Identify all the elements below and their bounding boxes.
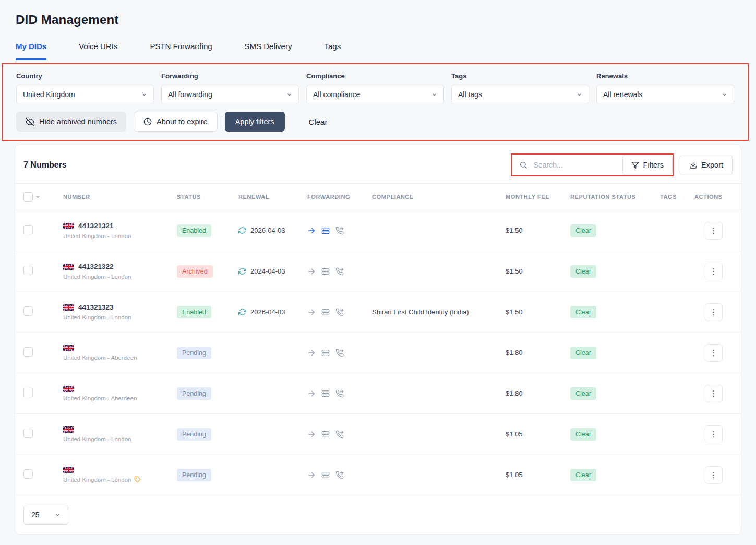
select-all-checkbox[interactable] bbox=[23, 192, 33, 202]
clear-filters-link[interactable]: Clear bbox=[306, 117, 331, 127]
sip-trunk-icon bbox=[321, 308, 330, 316]
phone-forward-icon bbox=[335, 267, 344, 276]
row-checkbox[interactable] bbox=[23, 266, 33, 275]
row-checkbox[interactable] bbox=[23, 306, 33, 316]
filters-button[interactable]: Filters bbox=[622, 155, 673, 175]
status-badge: Pending bbox=[177, 347, 211, 359]
monthly-fee: $1.80 bbox=[506, 349, 523, 357]
filter-field-country: Country United Kingdom bbox=[16, 72, 154, 104]
row-actions-button[interactable]: ⋮ bbox=[705, 303, 723, 321]
hide-archived-button[interactable]: Hide archived numbers bbox=[16, 112, 126, 132]
country-select-value: United Kingdom bbox=[23, 90, 75, 99]
search-input[interactable] bbox=[533, 160, 606, 170]
did-location: United Kingdom - London bbox=[63, 274, 131, 280]
status-badge: Archived bbox=[177, 265, 213, 278]
table-row: 441321322 United Kingdom - London Archiv… bbox=[15, 251, 741, 292]
page-header: DID Management bbox=[0, 0, 756, 27]
tags-select[interactable]: All tags bbox=[451, 85, 589, 104]
sip-trunk-icon bbox=[321, 430, 330, 439]
chevron-down-icon bbox=[431, 92, 437, 98]
row-actions-button[interactable]: ⋮ bbox=[705, 425, 723, 443]
did-location: United Kingdom - London bbox=[63, 477, 131, 483]
apply-filters-button[interactable]: Apply filters bbox=[225, 112, 285, 132]
reputation-badge: Clear bbox=[570, 306, 596, 318]
arrow-right-icon bbox=[307, 471, 316, 479]
funnel-icon bbox=[631, 161, 639, 169]
country-select[interactable]: United Kingdom bbox=[16, 85, 154, 104]
chevron-down-icon bbox=[55, 512, 61, 518]
row-actions-button[interactable]: ⋮ bbox=[705, 222, 723, 240]
tab-bar: My DIDs Voice URIs PSTN Forwarding SMS D… bbox=[0, 42, 756, 60]
header-reputation: REPUTATION STATUS bbox=[562, 194, 652, 200]
phone-forward-icon bbox=[335, 308, 344, 316]
uk-flag-icon bbox=[63, 386, 74, 392]
did-location: United Kingdom - Aberdeen bbox=[63, 354, 137, 361]
clock-icon bbox=[143, 117, 152, 126]
row-actions-button[interactable]: ⋮ bbox=[705, 344, 723, 362]
table-toolbar: 7 Numbers Filters Export bbox=[15, 145, 741, 183]
annotation-search-region: Filters bbox=[511, 153, 674, 176]
download-icon bbox=[689, 161, 697, 169]
tab-my-dids[interactable]: My DIDs bbox=[16, 42, 46, 60]
status-badge: Pending bbox=[177, 387, 211, 400]
chevron-down-icon bbox=[577, 92, 582, 98]
filter-field-compliance: Compliance All compliance bbox=[306, 72, 444, 104]
renewals-select[interactable]: All renewals bbox=[596, 85, 734, 104]
page-size-select[interactable]: 25 bbox=[23, 505, 68, 525]
arrow-right-icon bbox=[307, 308, 316, 316]
arrow-right-icon bbox=[307, 267, 316, 276]
filter-label-renewals: Renewals bbox=[596, 72, 734, 80]
chevron-down-icon bbox=[141, 92, 147, 98]
header-number: NUMBER bbox=[55, 194, 169, 200]
header-actions: ACTIONS bbox=[686, 194, 741, 200]
sip-trunk-icon bbox=[321, 267, 330, 276]
monthly-fee: $1.50 bbox=[506, 227, 523, 234]
filter-section: Country United Kingdom Forwarding All fo… bbox=[3, 64, 748, 140]
export-button[interactable]: Export bbox=[680, 155, 733, 175]
search-box bbox=[512, 155, 622, 175]
row-actions-button[interactable]: ⋮ bbox=[705, 263, 723, 280]
tab-tags[interactable]: Tags bbox=[324, 42, 341, 60]
table-body: 441321321 United Kingdom - London Enable… bbox=[15, 210, 741, 495]
row-actions-button[interactable]: ⋮ bbox=[705, 466, 723, 484]
did-location: United Kingdom - Aberdeen bbox=[63, 395, 137, 401]
tab-sms-delivery[interactable]: SMS Delivery bbox=[245, 42, 292, 60]
pagination: 25 bbox=[15, 495, 741, 534]
reputation-badge: Clear bbox=[570, 347, 596, 359]
eye-off-icon bbox=[26, 117, 34, 126]
renewal-date: 2024-04-03 bbox=[250, 267, 285, 275]
monthly-fee: $1.50 bbox=[506, 267, 523, 275]
tags-select-value: All tags bbox=[458, 90, 482, 99]
header-compliance: COMPLIANCE bbox=[364, 194, 497, 200]
uk-flag-icon bbox=[63, 304, 74, 311]
compliance-select-value: All compliance bbox=[313, 90, 360, 99]
row-checkbox[interactable] bbox=[23, 469, 33, 479]
row-checkbox[interactable] bbox=[23, 347, 33, 357]
table-row: United Kingdom - Aberdeen Pending $1.80 … bbox=[15, 333, 741, 373]
tab-pstn-forwarding[interactable]: PSTN Forwarding bbox=[150, 42, 212, 60]
chevron-down-icon[interactable] bbox=[35, 195, 40, 199]
reputation-badge: Clear bbox=[570, 428, 596, 441]
reputation-badge: Clear bbox=[570, 387, 596, 400]
uk-flag-icon bbox=[63, 264, 74, 270]
refresh-icon bbox=[238, 308, 246, 316]
monthly-fee: $1.05 bbox=[506, 430, 523, 438]
header-forwarding: FORWARDING bbox=[299, 194, 364, 200]
filter-label-compliance: Compliance bbox=[306, 72, 444, 80]
chevron-down-icon bbox=[722, 92, 727, 98]
row-checkbox[interactable] bbox=[23, 429, 33, 438]
row-actions-button[interactable]: ⋮ bbox=[705, 385, 723, 402]
compliance-select[interactable]: All compliance bbox=[306, 85, 444, 104]
tab-voice-uris[interactable]: Voice URIs bbox=[79, 42, 117, 60]
row-checkbox[interactable] bbox=[23, 388, 33, 397]
forwarding-select[interactable]: All forwarding bbox=[161, 85, 299, 104]
uk-flag-icon bbox=[63, 223, 74, 229]
renewals-select-value: All renewals bbox=[603, 90, 642, 99]
phone-forward-icon bbox=[335, 430, 344, 439]
header-status: STATUS bbox=[169, 194, 230, 200]
about-to-expire-button[interactable]: About to expire bbox=[134, 112, 218, 132]
row-checkbox[interactable] bbox=[23, 225, 33, 234]
page-size-value: 25 bbox=[31, 511, 40, 519]
search-icon bbox=[519, 161, 527, 169]
status-badge: Enabled bbox=[177, 224, 211, 237]
